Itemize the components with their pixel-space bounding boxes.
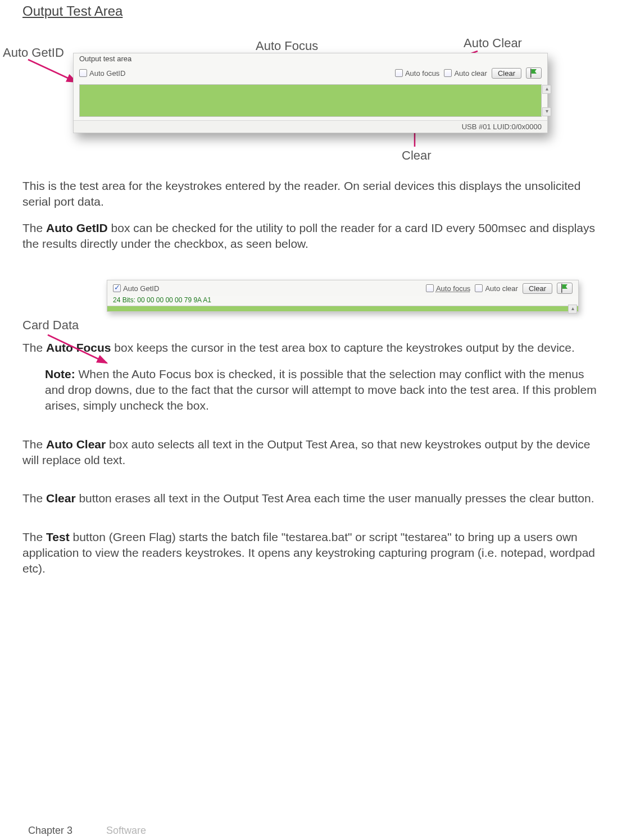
scroll-down-icon[interactable]: ▾ — [542, 107, 551, 116]
paragraph-clear: The Clear button erases all text in the … — [22, 491, 600, 506]
green-flag-icon — [561, 284, 569, 293]
output-textarea[interactable]: ▴ ▾ — [79, 84, 542, 117]
auto-focus-checkbox[interactable]: Auto focus — [426, 284, 470, 293]
auto-clear-label: Auto clear — [454, 69, 487, 78]
paragraph-auto-clear: The Auto Clear box auto selects all text… — [22, 437, 600, 469]
clear-button[interactable]: Clear — [523, 283, 552, 294]
callout-clear: Clear — [402, 148, 432, 163]
card-data-text: 24 Bits: 00 00 00 00 00 79 9A A1 — [107, 296, 578, 306]
auto-clear-checkbox[interactable]: Auto clear — [475, 284, 518, 293]
page-footer: Chapter 3 Software — [28, 825, 146, 837]
status-text: USB #01 LUID:0/0x0000 — [462, 122, 542, 131]
auto-getid-checkbox[interactable]: Auto GetID — [79, 69, 125, 78]
callout-card-data: Card Data — [22, 318, 79, 333]
auto-clear-checkbox[interactable]: Auto clear — [444, 69, 487, 78]
auto-focus-checkbox[interactable]: Auto focus — [395, 69, 439, 78]
paragraph-auto-focus: The Auto Focus box keeps the cursor in t… — [22, 340, 600, 356]
auto-focus-label: Auto focus — [436, 284, 470, 293]
screenshot-output-test-area: Output test area Auto GetID Auto focus A… — [73, 53, 548, 133]
scrollbar[interactable]: ▴ ▾ — [542, 85, 551, 116]
svg-rect-5 — [530, 69, 532, 78]
checkbox-icon — [395, 69, 403, 77]
svg-line-0 — [28, 60, 76, 82]
checkbox-checked-icon — [113, 284, 121, 292]
checkbox-icon — [426, 284, 434, 292]
screenshot-card-data: Auto GetID Auto focus Auto clear Clear — [107, 280, 579, 312]
auto-clear-label: Auto clear — [485, 284, 518, 293]
chapter-label: Chapter 3 — [28, 825, 72, 836]
panel-title: Output test area — [74, 53, 547, 64]
output-textarea[interactable]: ▴ — [107, 306, 578, 311]
page: Output Test Area Auto GetID Auto Focus A… — [0, 3, 622, 840]
auto-getid-label: Auto GetID — [123, 284, 159, 293]
toolbar: Auto GetID Auto focus Auto clear Clear — [74, 64, 547, 81]
auto-getid-label: Auto GetID — [89, 69, 125, 78]
section-heading: Output Test Area — [22, 3, 600, 19]
checkbox-icon — [444, 69, 452, 77]
clear-button[interactable]: Clear — [492, 68, 521, 79]
status-bar: USB #01 LUID:0/0x0000 — [74, 120, 547, 133]
callout-auto-clear: Auto Clear — [464, 36, 522, 51]
paragraph-intro: This is the test area for the keystrokes… — [22, 178, 600, 210]
auto-focus-label: Auto focus — [405, 69, 439, 78]
scroll-up-icon[interactable]: ▴ — [542, 85, 551, 94]
auto-getid-checkbox-checked[interactable]: Auto GetID — [113, 284, 159, 293]
section-label: Software — [106, 825, 146, 836]
scroll-up-icon[interactable]: ▴ — [568, 305, 577, 314]
checkbox-icon — [79, 69, 87, 77]
test-button[interactable] — [526, 67, 542, 79]
note-paragraph: Note: When the Auto Focus box is checked… — [45, 366, 600, 414]
test-button[interactable] — [557, 283, 573, 294]
svg-rect-7 — [561, 284, 562, 293]
green-flag-icon — [530, 69, 538, 78]
callout-auto-focus: Auto Focus — [256, 39, 318, 53]
callout-auto-getid: Auto GetID — [3, 46, 64, 60]
paragraph-auto-getid: The Auto GetID box can be checked for th… — [22, 220, 600, 252]
checkbox-icon — [475, 284, 483, 292]
paragraph-test: The Test button (Green Flag) starts the … — [22, 529, 600, 577]
